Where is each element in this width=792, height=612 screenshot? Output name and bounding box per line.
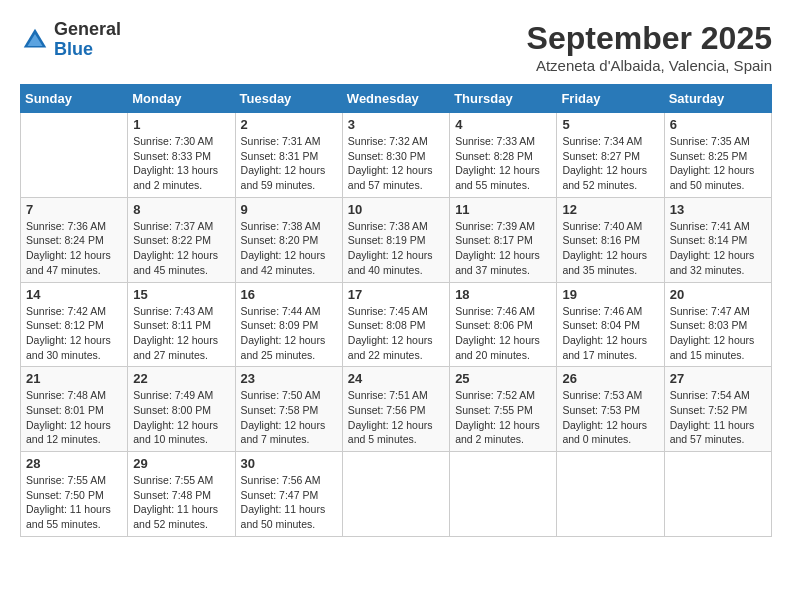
day-detail: Sunrise: 7:35 AM Sunset: 8:25 PM Dayligh… bbox=[670, 134, 766, 193]
day-number: 19 bbox=[562, 287, 658, 302]
weekday-header: Wednesday bbox=[342, 85, 449, 113]
day-number: 8 bbox=[133, 202, 229, 217]
day-number: 20 bbox=[670, 287, 766, 302]
day-number: 17 bbox=[348, 287, 444, 302]
day-detail: Sunrise: 7:50 AM Sunset: 7:58 PM Dayligh… bbox=[241, 388, 337, 447]
day-number: 13 bbox=[670, 202, 766, 217]
calendar-cell: 12Sunrise: 7:40 AM Sunset: 8:16 PM Dayli… bbox=[557, 197, 664, 282]
day-detail: Sunrise: 7:51 AM Sunset: 7:56 PM Dayligh… bbox=[348, 388, 444, 447]
calendar-cell: 3Sunrise: 7:32 AM Sunset: 8:30 PM Daylig… bbox=[342, 113, 449, 198]
day-detail: Sunrise: 7:56 AM Sunset: 7:47 PM Dayligh… bbox=[241, 473, 337, 532]
calendar-cell: 17Sunrise: 7:45 AM Sunset: 8:08 PM Dayli… bbox=[342, 282, 449, 367]
day-detail: Sunrise: 7:43 AM Sunset: 8:11 PM Dayligh… bbox=[133, 304, 229, 363]
calendar-week-row: 28Sunrise: 7:55 AM Sunset: 7:50 PM Dayli… bbox=[21, 452, 772, 537]
day-detail: Sunrise: 7:40 AM Sunset: 8:16 PM Dayligh… bbox=[562, 219, 658, 278]
day-detail: Sunrise: 7:33 AM Sunset: 8:28 PM Dayligh… bbox=[455, 134, 551, 193]
logo-icon bbox=[20, 25, 50, 55]
calendar-cell: 22Sunrise: 7:49 AM Sunset: 8:00 PM Dayli… bbox=[128, 367, 235, 452]
day-detail: Sunrise: 7:36 AM Sunset: 8:24 PM Dayligh… bbox=[26, 219, 122, 278]
calendar-cell: 21Sunrise: 7:48 AM Sunset: 8:01 PM Dayli… bbox=[21, 367, 128, 452]
calendar-cell: 30Sunrise: 7:56 AM Sunset: 7:47 PM Dayli… bbox=[235, 452, 342, 537]
weekday-header: Saturday bbox=[664, 85, 771, 113]
calendar-cell: 23Sunrise: 7:50 AM Sunset: 7:58 PM Dayli… bbox=[235, 367, 342, 452]
day-detail: Sunrise: 7:32 AM Sunset: 8:30 PM Dayligh… bbox=[348, 134, 444, 193]
day-number: 10 bbox=[348, 202, 444, 217]
day-number: 29 bbox=[133, 456, 229, 471]
calendar-cell: 19Sunrise: 7:46 AM Sunset: 8:04 PM Dayli… bbox=[557, 282, 664, 367]
day-number: 5 bbox=[562, 117, 658, 132]
day-detail: Sunrise: 7:41 AM Sunset: 8:14 PM Dayligh… bbox=[670, 219, 766, 278]
calendar-cell: 25Sunrise: 7:52 AM Sunset: 7:55 PM Dayli… bbox=[450, 367, 557, 452]
calendar-table: SundayMondayTuesdayWednesdayThursdayFrid… bbox=[20, 84, 772, 537]
logo-general: General bbox=[54, 20, 121, 40]
day-detail: Sunrise: 7:49 AM Sunset: 8:00 PM Dayligh… bbox=[133, 388, 229, 447]
day-detail: Sunrise: 7:42 AM Sunset: 8:12 PM Dayligh… bbox=[26, 304, 122, 363]
day-detail: Sunrise: 7:45 AM Sunset: 8:08 PM Dayligh… bbox=[348, 304, 444, 363]
day-detail: Sunrise: 7:37 AM Sunset: 8:22 PM Dayligh… bbox=[133, 219, 229, 278]
calendar-cell: 16Sunrise: 7:44 AM Sunset: 8:09 PM Dayli… bbox=[235, 282, 342, 367]
day-number: 21 bbox=[26, 371, 122, 386]
calendar-week-row: 14Sunrise: 7:42 AM Sunset: 8:12 PM Dayli… bbox=[21, 282, 772, 367]
day-number: 18 bbox=[455, 287, 551, 302]
weekday-header: Monday bbox=[128, 85, 235, 113]
day-number: 27 bbox=[670, 371, 766, 386]
weekday-header: Thursday bbox=[450, 85, 557, 113]
location: Atzeneta d'Albaida, Valencia, Spain bbox=[527, 57, 772, 74]
calendar-week-row: 7Sunrise: 7:36 AM Sunset: 8:24 PM Daylig… bbox=[21, 197, 772, 282]
calendar-week-row: 21Sunrise: 7:48 AM Sunset: 8:01 PM Dayli… bbox=[21, 367, 772, 452]
calendar-cell: 6Sunrise: 7:35 AM Sunset: 8:25 PM Daylig… bbox=[664, 113, 771, 198]
day-number: 2 bbox=[241, 117, 337, 132]
day-number: 22 bbox=[133, 371, 229, 386]
calendar-cell: 7Sunrise: 7:36 AM Sunset: 8:24 PM Daylig… bbox=[21, 197, 128, 282]
calendar-cell: 26Sunrise: 7:53 AM Sunset: 7:53 PM Dayli… bbox=[557, 367, 664, 452]
day-detail: Sunrise: 7:48 AM Sunset: 8:01 PM Dayligh… bbox=[26, 388, 122, 447]
calendar-cell: 29Sunrise: 7:55 AM Sunset: 7:48 PM Dayli… bbox=[128, 452, 235, 537]
day-number: 26 bbox=[562, 371, 658, 386]
day-detail: Sunrise: 7:52 AM Sunset: 7:55 PM Dayligh… bbox=[455, 388, 551, 447]
calendar-cell: 1Sunrise: 7:30 AM Sunset: 8:33 PM Daylig… bbox=[128, 113, 235, 198]
day-number: 28 bbox=[26, 456, 122, 471]
month-title: September 2025 bbox=[527, 20, 772, 57]
day-number: 14 bbox=[26, 287, 122, 302]
calendar-week-row: 1Sunrise: 7:30 AM Sunset: 8:33 PM Daylig… bbox=[21, 113, 772, 198]
calendar-cell: 8Sunrise: 7:37 AM Sunset: 8:22 PM Daylig… bbox=[128, 197, 235, 282]
weekday-header: Sunday bbox=[21, 85, 128, 113]
day-detail: Sunrise: 7:46 AM Sunset: 8:06 PM Dayligh… bbox=[455, 304, 551, 363]
calendar-cell: 10Sunrise: 7:38 AM Sunset: 8:19 PM Dayli… bbox=[342, 197, 449, 282]
calendar-cell bbox=[450, 452, 557, 537]
day-number: 30 bbox=[241, 456, 337, 471]
calendar-cell: 18Sunrise: 7:46 AM Sunset: 8:06 PM Dayli… bbox=[450, 282, 557, 367]
weekday-header: Tuesday bbox=[235, 85, 342, 113]
day-detail: Sunrise: 7:30 AM Sunset: 8:33 PM Dayligh… bbox=[133, 134, 229, 193]
calendar-cell: 14Sunrise: 7:42 AM Sunset: 8:12 PM Dayli… bbox=[21, 282, 128, 367]
day-number: 16 bbox=[241, 287, 337, 302]
day-detail: Sunrise: 7:55 AM Sunset: 7:50 PM Dayligh… bbox=[26, 473, 122, 532]
day-detail: Sunrise: 7:46 AM Sunset: 8:04 PM Dayligh… bbox=[562, 304, 658, 363]
day-detail: Sunrise: 7:54 AM Sunset: 7:52 PM Dayligh… bbox=[670, 388, 766, 447]
calendar-cell: 4Sunrise: 7:33 AM Sunset: 8:28 PM Daylig… bbox=[450, 113, 557, 198]
weekday-row: SundayMondayTuesdayWednesdayThursdayFrid… bbox=[21, 85, 772, 113]
day-number: 9 bbox=[241, 202, 337, 217]
calendar-cell bbox=[557, 452, 664, 537]
day-detail: Sunrise: 7:53 AM Sunset: 7:53 PM Dayligh… bbox=[562, 388, 658, 447]
day-number: 6 bbox=[670, 117, 766, 132]
day-detail: Sunrise: 7:47 AM Sunset: 8:03 PM Dayligh… bbox=[670, 304, 766, 363]
calendar-cell: 28Sunrise: 7:55 AM Sunset: 7:50 PM Dayli… bbox=[21, 452, 128, 537]
day-number: 1 bbox=[133, 117, 229, 132]
day-number: 4 bbox=[455, 117, 551, 132]
calendar-cell: 24Sunrise: 7:51 AM Sunset: 7:56 PM Dayli… bbox=[342, 367, 449, 452]
logo-text: General Blue bbox=[54, 20, 121, 60]
calendar-cell bbox=[342, 452, 449, 537]
day-detail: Sunrise: 7:44 AM Sunset: 8:09 PM Dayligh… bbox=[241, 304, 337, 363]
calendar-cell: 5Sunrise: 7:34 AM Sunset: 8:27 PM Daylig… bbox=[557, 113, 664, 198]
day-number: 12 bbox=[562, 202, 658, 217]
day-detail: Sunrise: 7:38 AM Sunset: 8:20 PM Dayligh… bbox=[241, 219, 337, 278]
title-block: September 2025 Atzeneta d'Albaida, Valen… bbox=[527, 20, 772, 74]
calendar-cell: 13Sunrise: 7:41 AM Sunset: 8:14 PM Dayli… bbox=[664, 197, 771, 282]
calendar-cell bbox=[664, 452, 771, 537]
calendar-cell: 9Sunrise: 7:38 AM Sunset: 8:20 PM Daylig… bbox=[235, 197, 342, 282]
calendar-cell: 20Sunrise: 7:47 AM Sunset: 8:03 PM Dayli… bbox=[664, 282, 771, 367]
day-number: 3 bbox=[348, 117, 444, 132]
weekday-header: Friday bbox=[557, 85, 664, 113]
day-number: 25 bbox=[455, 371, 551, 386]
